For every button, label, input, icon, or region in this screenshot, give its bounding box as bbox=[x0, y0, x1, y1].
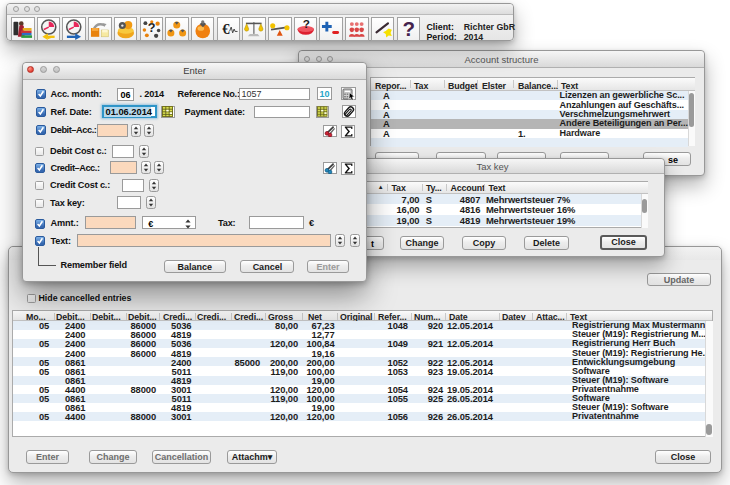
svg-text:10: 10 bbox=[319, 89, 329, 99]
svg-text:€: € bbox=[222, 21, 230, 37]
svg-text:?: ? bbox=[302, 18, 309, 30]
svg-text:?: ? bbox=[147, 21, 155, 35]
svg-text:?: ? bbox=[402, 18, 415, 40]
